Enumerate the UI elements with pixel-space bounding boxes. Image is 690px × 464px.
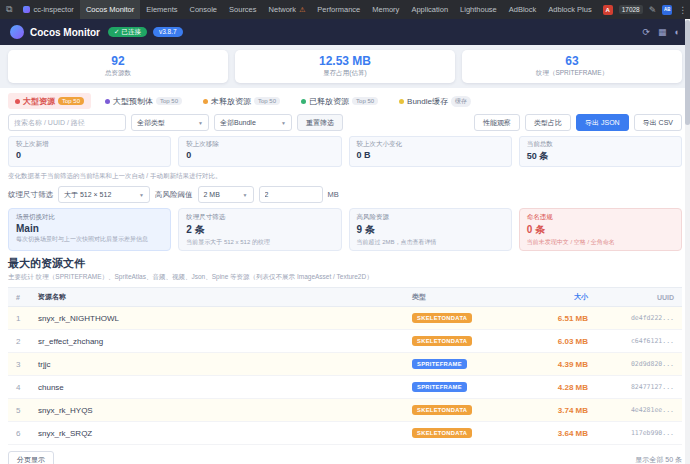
risk-threshold-value: 2 MB bbox=[204, 191, 220, 198]
row-index: 5 bbox=[16, 406, 38, 415]
info-card-value: 0 条 bbox=[527, 223, 674, 237]
stat-card-textures: 63 纹理（SPRITEFRAME） bbox=[462, 50, 682, 83]
scrollbar-thumb[interactable] bbox=[685, 20, 690, 125]
adblock-icon[interactable]: A bbox=[603, 5, 613, 15]
resource-table: # 资源名称 类型 大小 UUID 1 snyx_rk_NIGHTHOWL SK… bbox=[8, 287, 682, 445]
table-row[interactable]: 6 snyx_rk_SRQZ SKELETONDATA 3.64 MB 117e… bbox=[8, 422, 682, 445]
adblock-plus-icon[interactable]: AB bbox=[662, 5, 672, 15]
tab-badge: Top 50 bbox=[156, 97, 182, 105]
table-section-header: 最大的资源文件 主要统计 纹理（SPRITEFRAME）、SpriteAtlas… bbox=[8, 256, 682, 282]
info-card-scene-compare: 场景切换对比 Main 每次切换场景时与上一次快照对比后显示差异信息 bbox=[8, 208, 171, 251]
total-count-text: 显示全部 50 条 bbox=[635, 455, 682, 464]
resource-uuid: 02d9d820... bbox=[588, 360, 674, 368]
risk-threshold-select[interactable]: 2 MB ▼ bbox=[198, 186, 254, 203]
change-stat-total: 当前总数 50 条 bbox=[519, 136, 682, 167]
tab-large-prefabs[interactable]: 大型预制体 Top 50 bbox=[98, 93, 189, 109]
panel-title: Cocos Monitor bbox=[30, 27, 100, 38]
devtools-tab-network[interactable]: Network ⚠ bbox=[263, 0, 312, 19]
tab-badge: 缓存 bbox=[451, 96, 471, 107]
table-row[interactable]: 4 chunse SPRITEFRAME 4.28 MB 82477127... bbox=[8, 376, 682, 399]
devtools-tab-label: Sources bbox=[229, 5, 257, 14]
resource-size: 4.39 MB bbox=[530, 360, 588, 369]
info-card-naming-violation: 命名违规 0 条 当前未发现中文 / 空格 / 全角命名 bbox=[519, 208, 682, 251]
change-stat-label: 较上次大小变化 bbox=[357, 140, 504, 149]
edit-icon[interactable]: ✎ bbox=[649, 5, 657, 15]
change-stat-label: 较上次新增 bbox=[16, 140, 163, 149]
bundle-select-value: 全部Bundle bbox=[220, 118, 256, 128]
table-header-row: # 资源名称 类型 大小 UUID bbox=[8, 287, 682, 307]
page-scrollbar[interactable] bbox=[685, 19, 690, 464]
yellow-dot-icon bbox=[399, 99, 404, 104]
moon-icon[interactable]: ◐ bbox=[675, 27, 680, 37]
grid-icon[interactable]: ▦ bbox=[658, 27, 667, 37]
change-stat-label: 较上次移除 bbox=[186, 140, 333, 149]
inspect-icon[interactable]: ⧉ bbox=[6, 4, 12, 15]
devtools-tab-console[interactable]: Console bbox=[184, 0, 224, 19]
filter-bar: 全部类型 ▼ 全部Bundle ▼ 重置筛选 性能观察 类型占比 导出 JSON… bbox=[8, 114, 682, 131]
version-badge: v3.8.7 bbox=[153, 27, 183, 38]
devtools-tab-label: Elements bbox=[146, 5, 177, 14]
col-header-name: 资源名称 bbox=[38, 292, 412, 302]
devtools-tab-performance[interactable]: Performance bbox=[311, 0, 366, 19]
bundle-select[interactable]: 全部Bundle ▼ bbox=[214, 114, 292, 131]
refresh-icon[interactable]: ⟳ bbox=[643, 27, 651, 37]
panel-header: Cocos Monitor ✓ 已连接 v3.8.7 ⟳ ▦ ◐ bbox=[0, 19, 690, 45]
info-card-high-risk[interactable]: 高风险资源 9 条 当前超过 2MB，点击查看详情 bbox=[349, 208, 512, 251]
reset-filter-button[interactable]: 重置筛选 bbox=[297, 114, 343, 131]
change-stats: 较上次新增 0 较上次移除 0 较上次大小变化 0 B 当前总数 50 条 bbox=[8, 136, 682, 167]
devtools-tab-sources[interactable]: Sources bbox=[223, 0, 263, 19]
table-row[interactable]: 1 snyx_rk_NIGHTHOWL SKELETONDATA 6.51 MB… bbox=[8, 307, 682, 330]
resource-name: snyx_rk_HYQS bbox=[38, 406, 412, 415]
red-dot-icon bbox=[15, 99, 20, 104]
row-index: 2 bbox=[16, 337, 38, 346]
tab-large-resources[interactable]: 大型资源 Top 50 bbox=[8, 93, 91, 109]
kebab-menu-icon[interactable]: ⋮ bbox=[678, 5, 687, 15]
devtools-tab-label: AdBlock bbox=[509, 5, 537, 14]
type-badge: SPRITEFRAME bbox=[412, 382, 467, 392]
texture-size-value: 大于 512 × 512 bbox=[64, 190, 111, 200]
row-index: 1 bbox=[16, 314, 38, 323]
risk-threshold-input[interactable] bbox=[259, 186, 323, 203]
resource-name: snyx_rk_SRQZ bbox=[38, 429, 412, 438]
devtools-tab-adblock-plus[interactable]: Adblock Plus bbox=[542, 0, 597, 19]
col-header-size[interactable]: 大小 bbox=[530, 292, 588, 302]
export-csv-button[interactable]: 导出 CSV bbox=[634, 114, 682, 131]
paginate-button[interactable]: 分页显示 bbox=[8, 451, 54, 464]
devtools-tab-adblock[interactable]: AdBlock bbox=[503, 0, 543, 19]
devtools-tab-application[interactable]: Application bbox=[405, 0, 454, 19]
devtools-tab-cc-inspector[interactable]: cc-inspector bbox=[17, 0, 79, 19]
type-select[interactable]: 全部类型 ▼ bbox=[131, 114, 209, 131]
resource-uuid: 4e4281ee... bbox=[588, 406, 674, 414]
tab-label: 已释放资源 bbox=[309, 96, 349, 107]
table-row[interactable]: 5 snyx_rk_HYQS SKELETONDATA 3.74 MB 4e42… bbox=[8, 399, 682, 422]
green-dot-icon bbox=[301, 99, 306, 104]
chevron-down-icon: ▼ bbox=[243, 192, 248, 198]
devtools-tabs: cc-inspector Cocos Monitor Elements Cons… bbox=[17, 0, 597, 19]
tab-bundle-cache[interactable]: Bundle缓存 缓存 bbox=[392, 93, 478, 109]
stat-card-memory-usage: 12.53 MB 显存占用(估算) bbox=[235, 50, 455, 83]
search-input[interactable] bbox=[8, 114, 126, 131]
info-card-title: 命名违规 bbox=[527, 213, 674, 222]
tab-label: 未释放资源 bbox=[211, 96, 251, 107]
type-ratio-button[interactable]: 类型占比 bbox=[525, 114, 571, 131]
devtools-tab-cocos-monitor[interactable]: Cocos Monitor bbox=[80, 0, 140, 19]
devtools-tab-label: Cocos Monitor bbox=[86, 5, 134, 14]
tab-unreleased-resources[interactable]: 未释放资源 Top 50 bbox=[196, 93, 287, 109]
resource-uuid: c64f6121... bbox=[588, 337, 674, 345]
change-note: 变化数据基于当前筛选的当前结果和上一次自动 / 手动刷新结果进行对比。 bbox=[8, 172, 682, 181]
table-row[interactable]: 3 trjjc SPRITEFRAME 4.39 MB 02d9d820... bbox=[8, 353, 682, 376]
devtools-tab-lighthouse[interactable]: Lighthouse bbox=[454, 0, 503, 19]
tab-released-resources[interactable]: 已释放资源 Top 50 bbox=[294, 93, 385, 109]
table-row[interactable]: 2 sr_effect_zhchang SKELETONDATA 6.03 MB… bbox=[8, 330, 682, 353]
devtools-tab-label: Lighthouse bbox=[460, 5, 497, 14]
devtools-tab-label: Network bbox=[269, 5, 297, 14]
devtools-tab-elements[interactable]: Elements bbox=[140, 0, 183, 19]
texture-size-select[interactable]: 大于 512 × 512 ▼ bbox=[58, 186, 150, 203]
section-subtitle: 主要统计 纹理（SPRITEFRAME）、SpriteAtlas、音频、视频、J… bbox=[8, 273, 682, 282]
devtools-tab-memory[interactable]: Memory bbox=[366, 0, 405, 19]
performance-observe-button[interactable]: 性能观察 bbox=[474, 114, 520, 131]
export-json-button[interactable]: 导出 JSON bbox=[576, 114, 629, 131]
stat-value: 12.53 MB bbox=[237, 54, 453, 68]
info-card-desc: 每次切换场景时与上一次快照对比后显示差异信息 bbox=[16, 235, 163, 243]
col-header-index: # bbox=[16, 294, 38, 301]
